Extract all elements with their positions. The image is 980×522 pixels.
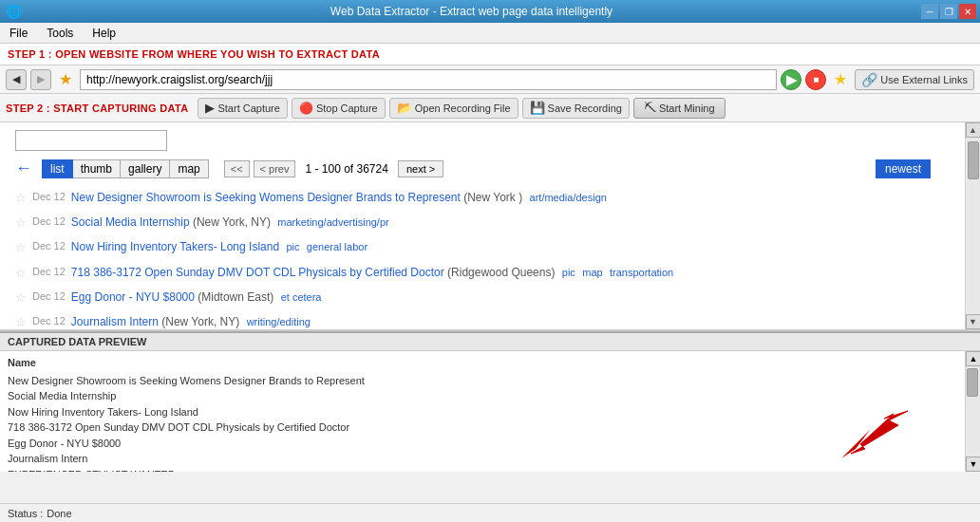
menu-file[interactable]: File bbox=[6, 26, 31, 41]
menu-help[interactable]: Help bbox=[88, 26, 120, 41]
step2-label: STEP 2 : START CAPTURING DATA bbox=[6, 103, 188, 114]
menu-tools[interactable]: Tools bbox=[43, 26, 77, 41]
preview-row: New Designer Showroom is Seeking Womens … bbox=[8, 373, 957, 389]
pagination: << < prev 1 - 100 of 36724 next > bbox=[224, 160, 443, 177]
open-recording-button[interactable]: 📂 Open Recording File bbox=[389, 98, 518, 119]
star-icon[interactable]: ☆ bbox=[15, 190, 27, 207]
minimize-button[interactable]: ─ bbox=[921, 4, 938, 19]
preview-row: 718 386-3172 Open Sunday DMV DOT CDL Phy… bbox=[8, 419, 957, 436]
favorites-button[interactable]: ★ bbox=[830, 69, 851, 90]
preview-row: EXPERIENCED STYLIST WANTED bbox=[8, 467, 957, 473]
listing-link[interactable]: Now Hiring Inventory Takers- Long Island bbox=[71, 240, 279, 253]
restore-button[interactable]: ❐ bbox=[940, 4, 957, 19]
preview-header: CAPTURED DATA PREVIEW bbox=[0, 333, 980, 351]
listing-link[interactable]: 718 386-3172 Open Sunday DMV DOT CDL Phy… bbox=[71, 266, 444, 279]
preview-column-header: Name bbox=[8, 355, 957, 371]
listing-date: Dec 12 bbox=[32, 190, 66, 204]
address-bar: ◀ ▶ ★ ▶ ■ ★ 🔗 Use External Links bbox=[0, 65, 980, 94]
stop-button[interactable]: ■ bbox=[805, 69, 826, 90]
start-capture-label: Start Capture bbox=[217, 103, 279, 114]
external-links-label: Use External Links bbox=[880, 74, 968, 85]
listing-tag[interactable]: marketing/advertising/pr bbox=[277, 216, 388, 228]
open-recording-label: Open Recording File bbox=[415, 103, 511, 114]
stop-capture-button[interactable]: 🔴 Stop Capture bbox=[292, 98, 386, 119]
star-icon[interactable]: ☆ bbox=[15, 265, 27, 282]
search-input[interactable] bbox=[15, 130, 167, 151]
listing-link[interactable]: Egg Donor - NYU $8000 bbox=[71, 290, 195, 304]
star-icon[interactable]: ☆ bbox=[15, 289, 27, 307]
scroll-down-button[interactable]: ▼ bbox=[966, 314, 981, 329]
toolbar: STEP 2 : START CAPTURING DATA ▶ Start Ca… bbox=[0, 94, 980, 122]
listing-tag-pic[interactable]: pic bbox=[286, 241, 299, 252]
preview-row: Egg Donor - NYU $8000 bbox=[8, 436, 957, 452]
listing-location: (New York ) bbox=[463, 191, 522, 204]
listings-container: ☆ Dec 12 New Designer Showroom is Seekin… bbox=[15, 186, 950, 329]
tab-list[interactable]: list bbox=[42, 159, 73, 178]
listing-location: (Ridgewood Queens) bbox=[447, 266, 555, 279]
scroll-up-button[interactable]: ▲ bbox=[966, 122, 981, 138]
preview-content: Name New Designer Showroom is Seeking Wo… bbox=[0, 351, 965, 472]
view-tabs: list thumb gallery map bbox=[42, 159, 209, 178]
preview-scroll-down-button[interactable]: ▼ bbox=[966, 457, 980, 472]
listing-link[interactable]: Journalism Intern bbox=[71, 315, 159, 328]
prev-prev-button[interactable]: << bbox=[224, 160, 250, 177]
listing-tag-map[interactable]: map bbox=[582, 267, 602, 278]
save-recording-button[interactable]: 💾 Save Recording bbox=[522, 98, 630, 119]
captured-data-preview: CAPTURED DATA PREVIEW Name New Designer … bbox=[0, 331, 980, 472]
listing-location: (New York, NY) bbox=[161, 315, 239, 328]
browser-scrollbar: ▲ ▼ bbox=[965, 122, 980, 329]
list-item: ☆ Dec 12 Now Hiring Inventory Takers- Lo… bbox=[15, 235, 950, 260]
prev-button[interactable]: < prev bbox=[254, 160, 296, 177]
tab-thumb[interactable]: thumb bbox=[73, 159, 121, 178]
listing-location: (Midtown East) bbox=[198, 290, 273, 304]
list-item: ☆ Dec 12 Journalism Intern (New York, NY… bbox=[15, 310, 950, 329]
star-icon[interactable]: ☆ bbox=[15, 239, 27, 256]
listing-date: Dec 12 bbox=[32, 289, 66, 304]
open-recording-icon: 📂 bbox=[397, 101, 412, 115]
listing-tag[interactable]: et cetera bbox=[281, 291, 322, 303]
preview-scroll-thumb[interactable] bbox=[967, 368, 978, 397]
forward-button[interactable]: ▶ bbox=[30, 69, 51, 90]
listing-tag[interactable]: art/media/design bbox=[530, 192, 607, 203]
listing-date: Dec 12 bbox=[32, 314, 66, 328]
content-area: ← list thumb gallery map << < prev 1 - 1… bbox=[0, 122, 980, 503]
app-icon: 🌐 bbox=[6, 4, 22, 19]
status-value: Done bbox=[47, 508, 71, 519]
listing-tag[interactable]: transportation bbox=[610, 267, 673, 278]
external-links-button[interactable]: 🔗 Use External Links bbox=[855, 69, 974, 90]
save-recording-icon: 💾 bbox=[530, 101, 545, 115]
close-button[interactable]: ✕ bbox=[959, 4, 976, 19]
status-label: Status : bbox=[8, 508, 43, 519]
star-icon[interactable]: ☆ bbox=[15, 214, 27, 232]
start-mining-button[interactable]: ⛏ Start Mining bbox=[633, 98, 726, 119]
title-bar: 🌐 Web Data Extractor - Extract web page … bbox=[0, 0, 980, 23]
scroll-thumb[interactable] bbox=[968, 141, 979, 179]
go-button[interactable]: ▶ bbox=[781, 69, 801, 90]
bookmark-icon: ★ bbox=[59, 70, 72, 88]
url-input[interactable] bbox=[80, 69, 777, 90]
star-icon[interactable]: ☆ bbox=[15, 314, 27, 329]
listing-date: Dec 12 bbox=[32, 239, 66, 253]
listing-link[interactable]: Social Media Internship bbox=[71, 215, 190, 229]
listing-tag-pic[interactable]: pic bbox=[562, 267, 575, 278]
tab-map[interactable]: map bbox=[170, 159, 208, 178]
list-item: ☆ Dec 12 Egg Donor - NYU $8000 (Midtown … bbox=[15, 286, 950, 310]
preview-body: Name New Designer Showroom is Seeking Wo… bbox=[0, 351, 980, 472]
preview-row: Social Media Internship bbox=[8, 388, 957, 404]
browser-content: ← list thumb gallery map << < prev 1 - 1… bbox=[0, 122, 965, 329]
next-button[interactable]: next > bbox=[398, 160, 443, 177]
menu-bar: File Tools Help bbox=[0, 23, 980, 44]
preview-scroll-up-button[interactable]: ▲ bbox=[966, 351, 980, 366]
listing-link[interactable]: New Designer Showroom is Seeking Womens … bbox=[71, 191, 461, 204]
listing-tag[interactable]: writing/editing bbox=[247, 316, 311, 327]
listing-tag[interactable]: general labor bbox=[307, 241, 368, 252]
newest-button[interactable]: newest bbox=[876, 159, 931, 178]
listing-back-button[interactable]: ← bbox=[15, 158, 32, 178]
back-button[interactable]: ◀ bbox=[6, 69, 27, 90]
preview-row: Journalism Intern bbox=[8, 451, 957, 467]
tab-gallery[interactable]: gallery bbox=[121, 159, 170, 178]
bookmark-button[interactable]: ★ bbox=[55, 69, 76, 90]
search-area bbox=[15, 130, 950, 151]
start-capture-button[interactable]: ▶ Start Capture bbox=[198, 98, 287, 119]
listing-date: Dec 12 bbox=[32, 265, 66, 279]
